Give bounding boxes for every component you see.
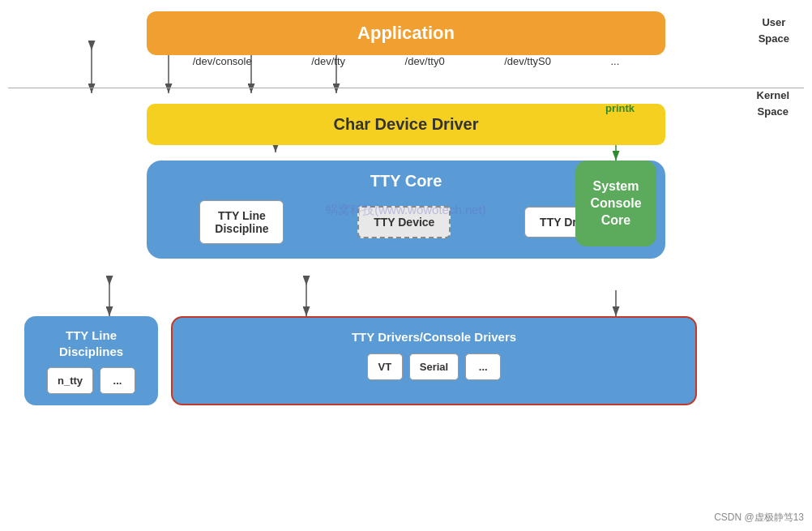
serial-box: Serial (409, 353, 459, 380)
divider-line (8, 88, 804, 88)
char-driver-label: Char Device Driver (334, 115, 479, 133)
dev-ttyS0: /dev/ttyS0 (504, 55, 551, 67)
char-driver-box: Char Device Driver (147, 104, 665, 145)
drivers-ellipsis: ... (465, 353, 501, 380)
system-console-box: SystemConsoleCore (575, 161, 656, 246)
diagram-container: User Space Application /dev/console /dev… (0, 0, 812, 531)
line-disc-ellipsis: ... (100, 367, 135, 394)
char-driver-section: Char Device Driver (147, 97, 665, 145)
kernel-space-label: KernelSpace (757, 88, 789, 119)
arrows-svg (0, 0, 812, 531)
user-space-label: User Space (759, 15, 789, 46)
application-label: Application (357, 23, 455, 43)
vt-box: VT (367, 353, 403, 380)
tty-line-disciplines-inner: n_tty ... (37, 367, 145, 394)
application-box: Application (147, 11, 665, 55)
application-section: Application (147, 11, 665, 55)
tty-line-disciplines-title: TTY LineDisciplines (37, 328, 145, 359)
footer-label: CSDN @虚极静笃13 (714, 511, 804, 525)
tty-device-box: TTY Device (357, 206, 451, 238)
tty-line-disciplines-box: TTY LineDisciplines n_tty ... (24, 316, 158, 405)
dev-paths-row: /dev/console /dev/tty /dev/tty0 /dev/tty… (147, 55, 665, 67)
bottom-row: TTY LineDisciplines n_tty ... TTY Driver… (24, 316, 697, 405)
dev-tty0: /dev/tty0 (405, 55, 445, 67)
tty-line-discipline-box: TTY LineDiscipline (199, 200, 284, 244)
system-console-label: SystemConsoleCore (590, 179, 641, 227)
tty-drivers-title: TTY Drivers/Console Drivers (186, 329, 682, 345)
dev-ellipsis: ... (610, 55, 619, 67)
tty-drivers-inner: VT Serial ... (186, 353, 682, 380)
dev-tty: /dev/tty (311, 55, 345, 67)
printk-label: printk (600, 102, 640, 114)
tty-drivers-box: TTY Drivers/Console Drivers VT Serial ..… (171, 316, 697, 405)
dev-console: /dev/console (193, 55, 252, 67)
n-tty-box: n_tty (47, 367, 93, 394)
